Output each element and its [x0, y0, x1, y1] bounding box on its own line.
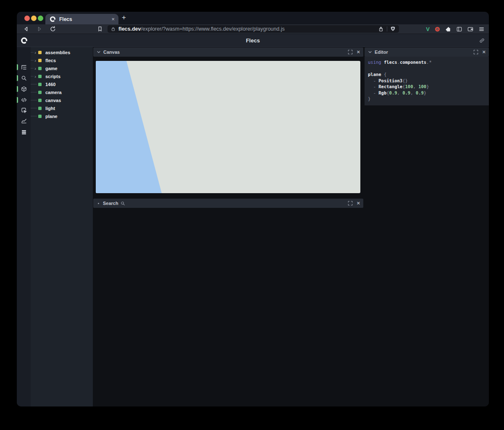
- magnifier-icon: [121, 201, 125, 206]
- canvas-viewport-wrap: [96, 61, 360, 193]
- tree-item-label: game: [45, 66, 58, 71]
- code-line: - Rectangle{100, 100}: [368, 84, 486, 90]
- tree-guide-line: [31, 108, 37, 108]
- tab-bar: Flecs × +: [17, 12, 489, 24]
- close-icon[interactable]: ×: [482, 50, 486, 55]
- editor-panel-title: Editor: [375, 50, 388, 55]
- left-icon-strip: [17, 47, 31, 406]
- fullscreen-icon[interactable]: [348, 201, 353, 206]
- zoom-window-button[interactable]: [38, 16, 43, 21]
- bookmark-icon[interactable]: [97, 26, 103, 32]
- sidebar-item-script[interactable]: [17, 95, 31, 105]
- chevron-down-icon[interactable]: [368, 50, 372, 54]
- sidebar-item-query[interactable]: [17, 73, 31, 83]
- entity-kind-square: [38, 83, 42, 86]
- sidebar-item-entities[interactable]: [17, 84, 31, 94]
- reload-icon[interactable]: [50, 26, 56, 32]
- tree-item-label: assemblies: [45, 50, 70, 55]
- tree-item-label: flecs: [45, 58, 56, 63]
- tree-guide-line: [31, 76, 34, 76]
- wallet-icon[interactable]: [467, 26, 474, 32]
- entity-kind-square: [38, 67, 42, 70]
- search-panel-header[interactable]: Search ×: [93, 199, 363, 208]
- extensions-puzzle-icon[interactable]: [445, 26, 452, 32]
- minimize-window-button[interactable]: [31, 16, 37, 21]
- tree-item-scripts[interactable]: ›scripts: [31, 72, 93, 80]
- fullscreen-icon[interactable]: [473, 50, 478, 55]
- sidebar-item-stats[interactable]: [17, 116, 31, 126]
- expand-chevron-icon[interactable]: ›: [34, 58, 37, 63]
- expand-chevron-icon[interactable]: ›: [34, 66, 37, 71]
- navigation-bar: flecs.dev/explorer/?wasm=https://www.fle…: [17, 24, 489, 34]
- tree-item-canvas[interactable]: canvas: [31, 96, 93, 104]
- tree-icon: [21, 64, 27, 71]
- adblock-extension-icon[interactable]: [434, 26, 441, 32]
- brave-shield-icon[interactable]: [390, 26, 396, 32]
- main-content: Canvas × Search: [93, 47, 489, 406]
- forward-icon[interactable]: [36, 26, 43, 32]
- sidebar-item-inspect[interactable]: [17, 105, 31, 115]
- canvas-viewport[interactable]: [96, 61, 360, 193]
- tree-item-camera[interactable]: camera: [31, 88, 93, 96]
- canvas-panel-title: Canvas: [103, 50, 120, 55]
- vue-devtools-icon[interactable]: V: [426, 26, 430, 32]
- tree-guide-line: [31, 52, 34, 52]
- new-tab-button[interactable]: +: [122, 13, 126, 22]
- flecs-logo-icon[interactable]: [21, 37, 28, 44]
- share-link-icon[interactable]: [479, 37, 485, 44]
- browser-tab[interactable]: Flecs ×: [45, 14, 118, 24]
- close-window-button[interactable]: [24, 16, 30, 21]
- code-icon: [21, 97, 27, 103]
- tab-close-icon[interactable]: ×: [111, 16, 115, 22]
- editor-panel-header[interactable]: Editor ×: [365, 47, 489, 57]
- entity-kind-square: [38, 75, 42, 78]
- tree-item-1460[interactable]: 1460: [31, 80, 93, 88]
- close-icon[interactable]: ×: [357, 50, 360, 55]
- canvas-panel-header[interactable]: Canvas ×: [93, 47, 363, 57]
- tree-item-label: light: [45, 106, 55, 111]
- tree-guide-line: [31, 116, 37, 116]
- url-bar[interactable]: flecs.dev/explorer/?wasm=https://www.fle…: [108, 25, 399, 33]
- tree-item-assemblies[interactable]: ›assemblies: [31, 48, 93, 56]
- tree-item-game[interactable]: ›game: [31, 64, 93, 72]
- close-icon[interactable]: ×: [357, 201, 360, 206]
- tree-item-label: camera: [45, 90, 62, 95]
- tree-guide-line: [31, 68, 34, 68]
- share-icon[interactable]: [378, 26, 384, 32]
- cube-icon: [21, 86, 27, 92]
- sidebar-toggle-icon[interactable]: [456, 26, 462, 32]
- menu-icon[interactable]: [478, 26, 485, 32]
- tree-item-plane[interactable]: plane: [31, 112, 93, 120]
- tab-title: Flecs: [59, 16, 111, 22]
- app-header: Flecs: [17, 34, 489, 47]
- active-indicator: [17, 86, 18, 92]
- tree-item-light[interactable]: light: [31, 104, 93, 112]
- active-indicator: [17, 64, 18, 70]
- tables-rows-icon: [21, 129, 27, 136]
- entity-tree: ›assemblies›flecs›game›scripts1460camera…: [31, 47, 93, 406]
- url-path: /explorer/?wasm=https://www.flecs.dev/ex…: [141, 26, 285, 32]
- active-indicator: [17, 97, 18, 103]
- tree-item-flecs[interactable]: ›flecs: [31, 56, 93, 64]
- expand-chevron-icon[interactable]: ›: [34, 50, 37, 55]
- code-line: plane {: [368, 71, 486, 78]
- back-icon[interactable]: [23, 26, 29, 32]
- app-body: ›assemblies›flecs›game›scripts1460camera…: [17, 47, 489, 406]
- editor-code[interactable]: using flecs.components.* plane { - Posit…: [365, 57, 489, 105]
- sidebar-item-tree[interactable]: [17, 62, 31, 72]
- code-line: - Rgb{0.9, 0.9, 0.9}: [368, 90, 486, 96]
- sidebar-item-tables[interactable]: [17, 127, 31, 137]
- fullscreen-icon[interactable]: [348, 50, 353, 55]
- entity-kind-square: [38, 107, 42, 110]
- lock-icon: [111, 26, 116, 31]
- chevron-down-icon[interactable]: [97, 50, 101, 54]
- collapsed-indicator-icon[interactable]: [98, 203, 99, 204]
- tree-item-label: scripts: [45, 74, 60, 79]
- tree-guide-line: [31, 92, 37, 92]
- extensions-toolbar: V: [426, 26, 485, 32]
- code-line: using flecs.components.*: [368, 59, 486, 66]
- expand-chevron-icon[interactable]: ›: [34, 74, 37, 79]
- entity-kind-square: [38, 115, 42, 118]
- inspect-cursor-icon: [21, 107, 27, 114]
- tree-item-label: canvas: [45, 98, 61, 103]
